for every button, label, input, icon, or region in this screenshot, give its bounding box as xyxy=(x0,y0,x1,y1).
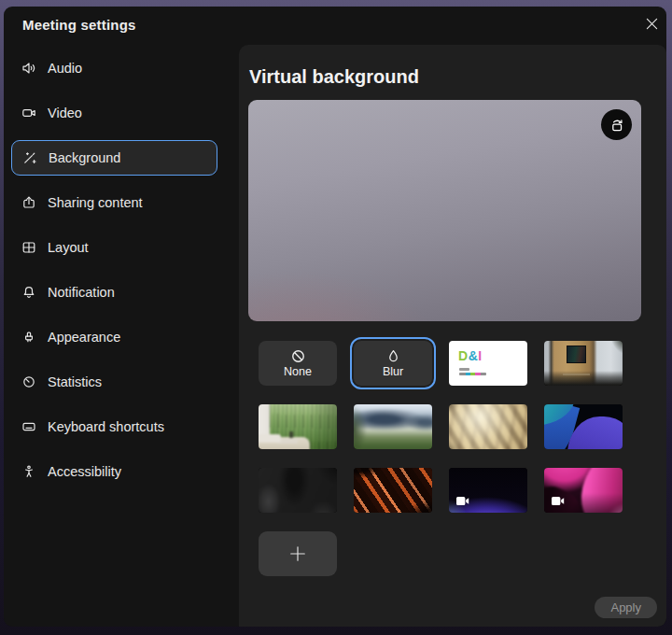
blur-drop-icon xyxy=(385,348,401,364)
sidebar-item-label: Keyboard shortcuts xyxy=(48,419,164,434)
flip-camera-icon xyxy=(608,116,626,134)
video-camera-badge-icon xyxy=(551,496,565,506)
layout-grid-icon xyxy=(21,240,36,255)
sidebar-item-label: Audio xyxy=(48,61,82,76)
none-icon xyxy=(290,348,306,364)
abstract-blue-background xyxy=(544,404,623,449)
background-tile-lava[interactable] xyxy=(354,468,432,513)
dialog-title: Meeting settings xyxy=(22,17,136,33)
sidebar-item-background[interactable]: Background xyxy=(11,140,217,176)
camera-preview xyxy=(248,100,641,321)
dni-tagline-2 xyxy=(459,373,486,375)
sidebar-item-layout[interactable]: Layout xyxy=(11,230,217,265)
blinds-background xyxy=(449,404,527,449)
close-icon xyxy=(646,18,658,30)
dni-tagline xyxy=(459,368,469,371)
background-tile-abstract-blue[interactable] xyxy=(544,404,623,449)
video-camera-badge-icon xyxy=(455,496,469,506)
sidebar-item-audio[interactable]: Audio xyxy=(11,50,217,86)
dark-swirl-background xyxy=(259,468,337,513)
background-tile-mountains[interactable] xyxy=(354,404,432,449)
background-tile-blinds[interactable] xyxy=(449,404,527,449)
background-tile-dni-logo[interactable]: D&I xyxy=(449,341,527,386)
mountains-background xyxy=(354,404,432,449)
sidebar-item-label: Accessibility xyxy=(48,464,121,479)
plus-icon xyxy=(288,544,307,563)
sidebar-item-label: Appearance xyxy=(48,330,120,345)
paint-brush-icon xyxy=(21,330,36,345)
sidebar-item-keyboard-shortcuts[interactable]: Keyboard shortcuts xyxy=(11,409,217,444)
sidebar-item-label: Notification xyxy=(48,285,115,300)
sidebar-item-label: Layout xyxy=(48,240,89,255)
lava-background xyxy=(354,468,432,513)
close-button[interactable] xyxy=(638,10,665,36)
background-tile-dark-swirl[interactable] xyxy=(259,468,337,513)
sidebar-item-label: Background xyxy=(49,150,120,165)
accessibility-icon xyxy=(21,464,36,479)
tile-label: Blur xyxy=(383,366,403,378)
panel-heading: Virtual background xyxy=(249,66,419,88)
flip-camera-button[interactable] xyxy=(601,109,632,140)
add-background-button[interactable] xyxy=(259,531,337,576)
sidebar-item-video[interactable]: Video xyxy=(11,95,217,131)
office-background xyxy=(544,341,623,386)
apply-button[interactable]: Apply xyxy=(595,597,657,618)
sidebar-item-accessibility[interactable]: Accessibility xyxy=(11,454,217,489)
tile-label: None xyxy=(284,366,312,378)
meeting-settings-dialog: Meeting settings Audio Video Background xyxy=(4,7,666,627)
background-tile-living-room[interactable] xyxy=(259,404,337,449)
background-thumbnails-grid: None Blur D&I xyxy=(259,341,623,576)
settings-sidebar: Audio Video Background Sharing content L… xyxy=(11,50,217,499)
background-tile-blur[interactable]: Blur xyxy=(354,341,432,386)
sidebar-item-label: Sharing content xyxy=(48,195,143,210)
keyboard-icon xyxy=(21,419,36,434)
virtual-background-panel: Virtual background None Blur D&I xyxy=(239,45,666,627)
sidebar-item-sharing-content[interactable]: Sharing content xyxy=(11,185,217,220)
sidebar-item-notification[interactable]: Notification xyxy=(11,275,217,310)
sidebar-item-label: Statistics xyxy=(48,374,102,389)
speaker-icon xyxy=(21,61,36,76)
share-icon xyxy=(21,195,36,210)
sidebar-item-statistics[interactable]: Statistics xyxy=(11,364,217,400)
living-room-background xyxy=(259,404,337,449)
background-tile-purple-glow[interactable] xyxy=(449,468,527,513)
video-camera-icon xyxy=(21,106,36,120)
dni-logo-text: D&I xyxy=(458,348,483,363)
background-tile-pink-abstract[interactable] xyxy=(544,468,623,513)
background-tile-none[interactable]: None xyxy=(259,341,337,386)
bell-icon xyxy=(21,285,36,300)
background-tile-office[interactable] xyxy=(544,341,623,386)
statistics-icon xyxy=(21,374,36,389)
magic-wand-icon xyxy=(22,150,37,165)
sidebar-item-label: Video xyxy=(48,106,82,120)
sidebar-item-appearance[interactable]: Appearance xyxy=(11,319,217,355)
